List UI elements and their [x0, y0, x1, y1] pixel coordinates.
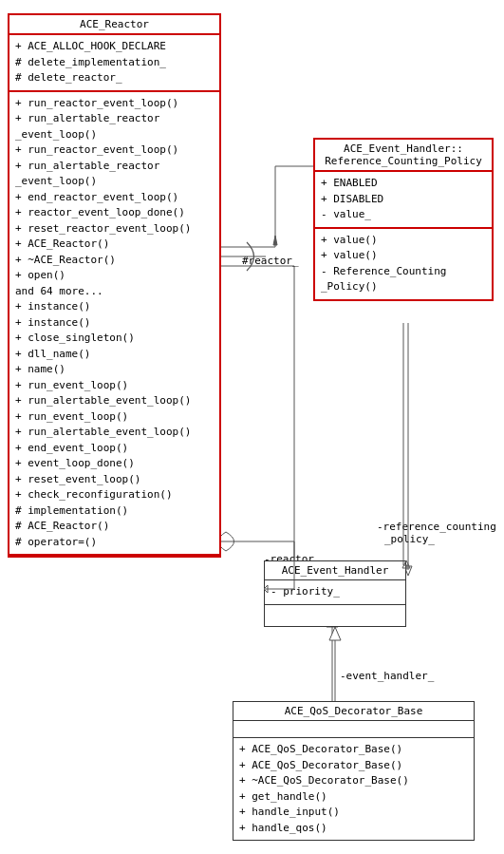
ace-qos-decorator-section2: + ACE_QoS_Decorator_Base() + ACE_QoS_Dec… — [233, 738, 474, 840]
ace-reactor-line: # ACE_Reactor() — [15, 519, 214, 535]
ace-reactor-line: + check_reconfiguration() — [15, 487, 214, 503]
ace-reactor-line: and 64 more... — [15, 284, 214, 300]
ace-reactor-line: _event_loop() — [15, 127, 214, 143]
ace-reactor-line: # implementation() — [15, 503, 214, 520]
diagram-container: ACE_Reactor + ACE_ALLOC_HOOK_DECLARE # d… — [0, 0, 504, 854]
ace-reactor-line: + name() — [15, 362, 214, 378]
ace-event-handler-section2 — [265, 605, 405, 626]
ace-event-handler-policy-title: ACE_Event_Handler:: Reference_Counting_P… — [315, 140, 492, 172]
ace-reactor-line: + open() — [15, 268, 214, 284]
ace-reactor-line: + close_singleton() — [15, 331, 214, 347]
ace-reactor-line: + run_alertable_event_loop() — [15, 393, 214, 409]
ace-reactor-line: + ACE_ALLOC_HOOK_DECLARE — [15, 39, 214, 55]
event-handler-label: -event_handler_ — [340, 670, 434, 682]
ace-reactor-line: + end_event_loop() — [15, 441, 214, 457]
ace-reactor-line: + run_event_loop() — [15, 378, 214, 394]
ace-reactor-line: + instance() — [15, 315, 214, 332]
ace-reactor-title: ACE_Reactor — [9, 15, 219, 35]
ace-qos-decorator-title: ACE_QoS_Decorator_Base — [233, 702, 474, 721]
ace-reactor-section2: + run_reactor_event_loop() + run_alertab… — [9, 92, 219, 557]
ace-reactor-line: + run_alertable_event_loop() — [15, 425, 214, 441]
ace-qos-decorator-section1 — [233, 721, 474, 738]
ace-event-handler-section1: - priority_ — [265, 580, 405, 605]
ace-reactor-line: + ~ACE_Reactor() — [15, 253, 214, 269]
ace-reactor-line: _event_loop() — [15, 174, 214, 190]
svg-marker-20 — [329, 627, 341, 640]
ace-reactor-line: + run_reactor_event_loop() — [15, 142, 214, 159]
ace-reactor-line: + run_alertable_reactor — [15, 111, 214, 127]
ace-reactor-line: + reset_event_loop() — [15, 472, 214, 488]
reference-counting-label: -reference_counting — [377, 521, 496, 533]
ace-reactor-line: + run_reactor_event_loop() — [15, 96, 214, 112]
ace-reactor-line: + dll_name() — [15, 347, 214, 363]
ace-reactor-line: + run_alertable_reactor — [15, 159, 214, 175]
svg-marker-24 — [273, 236, 277, 245]
ace-reactor-line: + ACE_Reactor() — [15, 237, 214, 253]
ace-reactor-line: + event_loop_done() — [15, 456, 214, 472]
ace-reactor-section1: + ACE_ALLOC_HOOK_DECLARE # delete_implem… — [9, 35, 219, 92]
ace-policy-section1: + ENABLED + DISABLED - value_ — [315, 172, 492, 229]
ace-reactor-line: # delete_implementation_ — [15, 55, 214, 71]
ace-event-handler-policy-box: ACE_Event_Handler:: Reference_Counting_P… — [313, 138, 494, 301]
reactor-assoc-label: #reactor_ — [242, 255, 299, 267]
ace-reactor-line: + reset_reactor_event_loop() — [15, 221, 214, 237]
ace-reactor-box: ACE_Reactor + ACE_ALLOC_HOOK_DECLARE # d… — [8, 13, 221, 558]
ace-reactor-line: + run_event_loop() — [15, 409, 214, 426]
ace-reactor-line: + instance() — [15, 299, 214, 315]
ace-event-handler-title: ACE_Event_Handler — [265, 561, 405, 580]
ace-qos-decorator-box: ACE_QoS_Decorator_Base + ACE_QoS_Decorat… — [233, 701, 475, 841]
ace-reactor-line: # operator=() — [15, 535, 214, 551]
ace-reactor-line: + reactor_event_loop_done() — [15, 205, 214, 221]
ace-reactor-line: # delete_reactor_ — [15, 70, 214, 86]
ace-event-handler-box: ACE_Event_Handler - priority_ — [264, 560, 406, 627]
reference-counting-label2: _policy_ — [384, 533, 435, 545]
ace-policy-section2: + value() + value() - Reference_Counting… — [315, 229, 492, 299]
ace-reactor-line: + end_reactor_event_loop() — [15, 190, 214, 206]
